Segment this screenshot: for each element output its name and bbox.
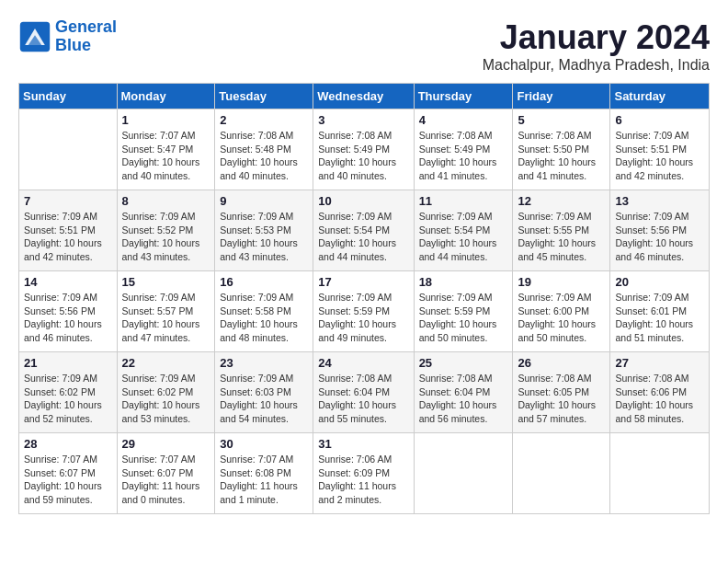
day-number: 8 xyxy=(122,194,210,208)
day-number: 18 xyxy=(419,275,508,289)
week-row-4: 21Sunrise: 7:09 AM Sunset: 6:02 PM Dayli… xyxy=(19,352,710,433)
day-number: 10 xyxy=(318,194,408,208)
day-number: 22 xyxy=(122,356,210,370)
calendar-cell: 24Sunrise: 7:08 AM Sunset: 6:04 PM Dayli… xyxy=(313,352,414,433)
day-info: Sunrise: 7:09 AM Sunset: 6:02 PM Dayligh… xyxy=(122,372,210,426)
day-number: 26 xyxy=(518,356,605,370)
day-number: 30 xyxy=(220,437,308,451)
page-header: General Blue January 2024 Machalpur, Mad… xyxy=(18,18,710,74)
day-number: 7 xyxy=(24,194,112,208)
logo-line2: Blue xyxy=(55,36,91,54)
calendar-cell: 13Sunrise: 7:09 AM Sunset: 5:56 PM Dayli… xyxy=(610,190,710,271)
day-info: Sunrise: 7:07 AM Sunset: 5:47 PM Dayligh… xyxy=(122,129,210,183)
calendar-cell: 11Sunrise: 7:09 AM Sunset: 5:54 PM Dayli… xyxy=(414,190,513,271)
column-header-tuesday: Tuesday xyxy=(215,84,313,109)
logo-text: General Blue xyxy=(55,18,117,55)
day-number: 29 xyxy=(122,437,210,451)
calendar-cell: 23Sunrise: 7:09 AM Sunset: 6:03 PM Dayli… xyxy=(215,352,313,433)
day-info: Sunrise: 7:09 AM Sunset: 5:54 PM Dayligh… xyxy=(419,210,508,264)
day-info: Sunrise: 7:09 AM Sunset: 5:58 PM Dayligh… xyxy=(220,291,308,345)
day-info: Sunrise: 7:09 AM Sunset: 5:51 PM Dayligh… xyxy=(24,210,112,264)
calendar-cell xyxy=(414,433,513,514)
day-info: Sunrise: 7:08 AM Sunset: 6:06 PM Dayligh… xyxy=(615,372,704,426)
day-number: 31 xyxy=(318,437,408,451)
day-number: 9 xyxy=(220,194,308,208)
calendar-cell xyxy=(513,433,610,514)
day-number: 1 xyxy=(122,113,210,127)
week-row-3: 14Sunrise: 7:09 AM Sunset: 5:56 PM Dayli… xyxy=(19,271,710,352)
day-info: Sunrise: 7:09 AM Sunset: 5:52 PM Dayligh… xyxy=(122,210,210,264)
calendar-cell: 16Sunrise: 7:09 AM Sunset: 5:58 PM Dayli… xyxy=(215,271,313,352)
calendar-header-row: SundayMondayTuesdayWednesdayThursdayFrid… xyxy=(19,84,710,109)
calendar-subtitle: Machalpur, Madhya Pradesh, India xyxy=(483,57,710,74)
title-block: January 2024 Machalpur, Madhya Pradesh, … xyxy=(483,18,710,74)
day-info: Sunrise: 7:09 AM Sunset: 5:59 PM Dayligh… xyxy=(318,291,408,345)
calendar-cell: 9Sunrise: 7:09 AM Sunset: 5:53 PM Daylig… xyxy=(215,190,313,271)
day-number: 15 xyxy=(122,275,210,289)
calendar-cell: 3Sunrise: 7:08 AM Sunset: 5:49 PM Daylig… xyxy=(313,109,414,190)
day-number: 19 xyxy=(518,275,605,289)
day-info: Sunrise: 7:07 AM Sunset: 6:07 PM Dayligh… xyxy=(24,453,112,507)
column-header-friday: Friday xyxy=(513,84,610,109)
day-number: 28 xyxy=(24,437,112,451)
day-number: 24 xyxy=(318,356,408,370)
calendar-cell: 2Sunrise: 7:08 AM Sunset: 5:48 PM Daylig… xyxy=(215,109,313,190)
day-info: Sunrise: 7:09 AM Sunset: 5:56 PM Dayligh… xyxy=(24,291,112,345)
day-info: Sunrise: 7:09 AM Sunset: 6:00 PM Dayligh… xyxy=(518,291,605,345)
calendar-cell: 21Sunrise: 7:09 AM Sunset: 6:02 PM Dayli… xyxy=(19,352,118,433)
calendar-cell: 26Sunrise: 7:08 AM Sunset: 6:05 PM Dayli… xyxy=(513,352,610,433)
day-info: Sunrise: 7:08 AM Sunset: 6:04 PM Dayligh… xyxy=(419,372,508,426)
calendar-cell: 22Sunrise: 7:09 AM Sunset: 6:02 PM Dayli… xyxy=(117,352,215,433)
column-header-sunday: Sunday xyxy=(19,84,118,109)
day-number: 27 xyxy=(615,356,704,370)
calendar-cell: 18Sunrise: 7:09 AM Sunset: 5:59 PM Dayli… xyxy=(414,271,513,352)
calendar-cell: 19Sunrise: 7:09 AM Sunset: 6:00 PM Dayli… xyxy=(513,271,610,352)
calendar-cell: 5Sunrise: 7:08 AM Sunset: 5:50 PM Daylig… xyxy=(513,109,610,190)
calendar-cell: 25Sunrise: 7:08 AM Sunset: 6:04 PM Dayli… xyxy=(414,352,513,433)
calendar-body: 1Sunrise: 7:07 AM Sunset: 5:47 PM Daylig… xyxy=(19,109,710,514)
day-info: Sunrise: 7:08 AM Sunset: 6:04 PM Dayligh… xyxy=(318,372,408,426)
day-number: 2 xyxy=(220,113,308,127)
calendar-cell: 28Sunrise: 7:07 AM Sunset: 6:07 PM Dayli… xyxy=(19,433,118,514)
calendar-cell xyxy=(610,433,710,514)
day-number: 11 xyxy=(419,194,508,208)
day-info: Sunrise: 7:07 AM Sunset: 6:08 PM Dayligh… xyxy=(220,453,308,507)
day-number: 13 xyxy=(615,194,704,208)
week-row-1: 1Sunrise: 7:07 AM Sunset: 5:47 PM Daylig… xyxy=(19,109,710,190)
day-number: 23 xyxy=(220,356,308,370)
column-header-monday: Monday xyxy=(117,84,215,109)
day-info: Sunrise: 7:09 AM Sunset: 5:53 PM Dayligh… xyxy=(220,210,308,264)
week-row-5: 28Sunrise: 7:07 AM Sunset: 6:07 PM Dayli… xyxy=(19,433,710,514)
column-header-saturday: Saturday xyxy=(610,84,710,109)
column-header-thursday: Thursday xyxy=(414,84,513,109)
day-number: 17 xyxy=(318,275,408,289)
day-number: 25 xyxy=(419,356,508,370)
calendar-cell: 14Sunrise: 7:09 AM Sunset: 5:56 PM Dayli… xyxy=(19,271,118,352)
day-info: Sunrise: 7:06 AM Sunset: 6:09 PM Dayligh… xyxy=(318,453,408,507)
day-number: 3 xyxy=(318,113,408,127)
week-row-2: 7Sunrise: 7:09 AM Sunset: 5:51 PM Daylig… xyxy=(19,190,710,271)
calendar-cell: 8Sunrise: 7:09 AM Sunset: 5:52 PM Daylig… xyxy=(117,190,215,271)
day-info: Sunrise: 7:09 AM Sunset: 5:54 PM Dayligh… xyxy=(318,210,408,264)
day-info: Sunrise: 7:08 AM Sunset: 6:05 PM Dayligh… xyxy=(518,372,605,426)
calendar-cell: 30Sunrise: 7:07 AM Sunset: 6:08 PM Dayli… xyxy=(215,433,313,514)
day-info: Sunrise: 7:09 AM Sunset: 6:03 PM Dayligh… xyxy=(220,372,308,426)
day-info: Sunrise: 7:09 AM Sunset: 5:56 PM Dayligh… xyxy=(615,210,704,264)
logo-icon xyxy=(18,20,51,53)
day-number: 5 xyxy=(518,113,605,127)
calendar-cell: 29Sunrise: 7:07 AM Sunset: 6:07 PM Dayli… xyxy=(117,433,215,514)
calendar-cell: 4Sunrise: 7:08 AM Sunset: 5:49 PM Daylig… xyxy=(414,109,513,190)
logo-line1: General xyxy=(55,17,117,36)
calendar-cell: 12Sunrise: 7:09 AM Sunset: 5:55 PM Dayli… xyxy=(513,190,610,271)
day-number: 16 xyxy=(220,275,308,289)
day-info: Sunrise: 7:08 AM Sunset: 5:49 PM Dayligh… xyxy=(318,129,408,183)
day-info: Sunrise: 7:09 AM Sunset: 5:51 PM Dayligh… xyxy=(615,129,704,183)
day-info: Sunrise: 7:09 AM Sunset: 6:01 PM Dayligh… xyxy=(615,291,704,345)
day-number: 6 xyxy=(615,113,704,127)
day-number: 14 xyxy=(24,275,112,289)
day-info: Sunrise: 7:09 AM Sunset: 5:59 PM Dayligh… xyxy=(419,291,508,345)
day-number: 21 xyxy=(24,356,112,370)
calendar-cell: 17Sunrise: 7:09 AM Sunset: 5:59 PM Dayli… xyxy=(313,271,414,352)
day-number: 4 xyxy=(419,113,508,127)
calendar-cell: 15Sunrise: 7:09 AM Sunset: 5:57 PM Dayli… xyxy=(117,271,215,352)
